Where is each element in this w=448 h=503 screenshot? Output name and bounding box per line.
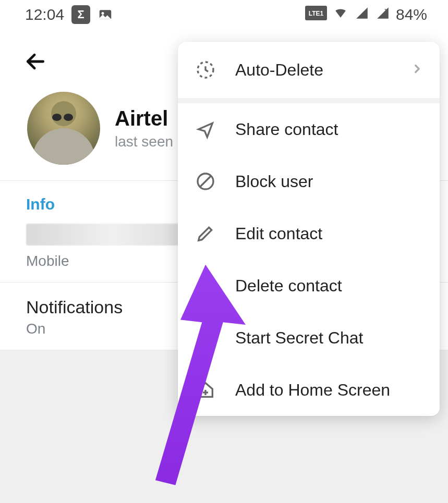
wifi-icon xyxy=(332,6,349,23)
menu-add-home-screen[interactable]: Add to Home Screen xyxy=(178,364,440,416)
signal-2-icon: x xyxy=(375,6,391,23)
status-bar: 12:04 Σ LTE1 x 84% xyxy=(0,0,448,29)
menu-start-secret-chat[interactable]: Start Secret Chat xyxy=(178,312,440,364)
svg-text:LTE1: LTE1 xyxy=(309,10,324,17)
pencil-icon xyxy=(193,222,217,246)
chevron-right-icon xyxy=(410,60,424,80)
phone-number-redacted xyxy=(26,224,198,246)
back-button[interactable] xyxy=(21,47,50,76)
clock: 12:04 xyxy=(25,6,64,23)
battery-percentage: 84% xyxy=(396,6,427,23)
menu-item-label: Edit contact xyxy=(235,224,322,243)
menu-item-label: Delete contact xyxy=(235,276,342,296)
svg-rect-9 xyxy=(200,337,211,345)
home-plus-icon xyxy=(193,378,217,402)
menu-item-label: Start Secret Chat xyxy=(235,328,363,348)
lock-icon xyxy=(193,326,217,350)
menu-auto-delete[interactable]: Auto-Delete xyxy=(178,42,440,98)
avatar[interactable] xyxy=(27,92,100,165)
block-icon xyxy=(193,169,217,193)
menu-item-label: Add to Home Screen xyxy=(235,381,390,400)
menu-item-label: Block user xyxy=(235,172,313,191)
app-notification-icon: Σ xyxy=(71,5,90,24)
menu-edit-contact[interactable]: Edit contact xyxy=(178,207,440,260)
menu-delete-contact[interactable]: Delete contact xyxy=(178,260,440,312)
svg-text:x: x xyxy=(384,7,388,13)
timer-icon xyxy=(193,58,217,82)
options-menu: Auto-Delete Share contact Block user Edi… xyxy=(178,42,440,416)
menu-share-contact[interactable]: Share contact xyxy=(178,103,440,155)
svg-line-8 xyxy=(200,176,211,187)
menu-item-label: Auto-Delete xyxy=(235,60,323,80)
svg-point-1 xyxy=(102,12,104,15)
trash-icon xyxy=(193,274,217,298)
screenshot-notification-icon xyxy=(98,7,113,22)
share-icon xyxy=(193,117,217,141)
signal-1-icon xyxy=(354,6,370,23)
menu-block-user[interactable]: Block user xyxy=(178,155,440,207)
menu-item-label: Share contact xyxy=(235,120,338,139)
volte-icon: LTE1 xyxy=(305,6,327,24)
